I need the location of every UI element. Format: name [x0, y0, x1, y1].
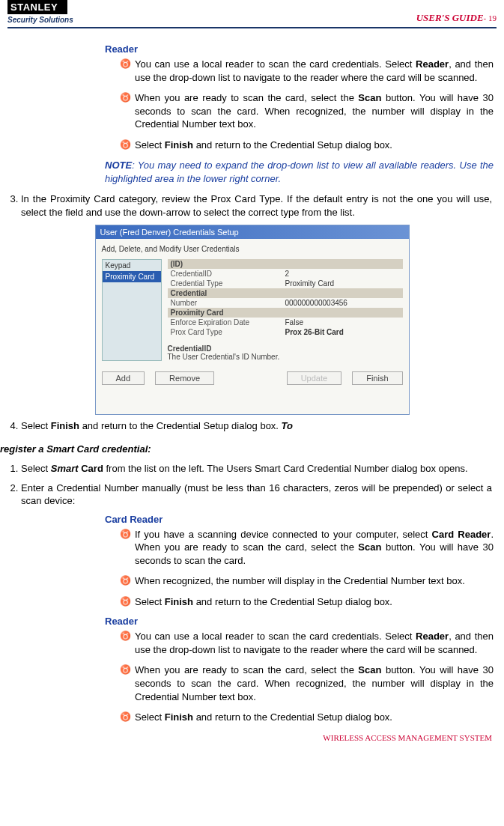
prop-group-credential: Credential: [168, 288, 403, 298]
prop-key: Enforce Expiration Date: [171, 318, 285, 327]
reader2-bullet-2: When you are ready to scan the card, sel…: [120, 663, 494, 703]
dialog-subtitle: Add, Delete, and Modify User Credentials: [102, 245, 403, 253]
cardreader-bullet-2: When recognized, the number will display…: [120, 574, 494, 588]
dialog-titlebar: User (Fred Denver) Credentials Setup: [96, 225, 409, 239]
page-number: - 19: [484, 13, 497, 22]
register-heading: register a Smart Card credential:: [0, 443, 497, 455]
prop-key: CredentialID: [171, 270, 285, 278]
brand-logo: STANLEY Security Solutions: [7, 0, 73, 24]
users-guide-label: USER'S GUIDE: [416, 12, 484, 23]
prop-val[interactable]: Prox 26-Bit Card: [285, 328, 400, 336]
add-button[interactable]: Add: [102, 371, 145, 385]
logo-text: STANLEY: [7, 0, 67, 14]
prop-val: 2: [285, 270, 400, 278]
prop-key: Number: [171, 299, 285, 307]
finish-button[interactable]: Finish: [352, 371, 402, 385]
prop-val: False: [285, 318, 400, 327]
reader2-bullet-1: You can use a local reader to scan the c…: [120, 630, 494, 656]
reader-bullet-2: When you are ready to scan the card, sel…: [120, 91, 494, 131]
update-button[interactable]: Update: [287, 371, 341, 385]
step-3: In the Proximity Card category, review t…: [21, 192, 492, 219]
dialog-properties: (ID) CredentialID2 Credential TypeProxim…: [168, 259, 403, 361]
sc-step-1: Select Smart Card from the list on the l…: [21, 462, 492, 476]
prop-group-proxcard: Proximity Card: [168, 308, 403, 318]
footer-text: WIRELESS ACCESS MANAGEMENT SYSTEM: [7, 732, 497, 747]
reader2-bullet-3: Select Finish and return to the Credenti…: [120, 711, 494, 724]
reader-bullet-3: Select Finish and return to the Credenti…: [120, 139, 494, 152]
step-4: Select Finish and return to the Credenti…: [21, 419, 492, 433]
reader-heading: Reader: [105, 43, 494, 55]
prop-key: Credential Type: [171, 279, 285, 288]
desc-body: The User Credential's ID Number.: [168, 353, 403, 361]
dialog-left-list[interactable]: Keypad Proximity Card: [102, 259, 162, 361]
card-reader-heading: Card Reader: [105, 514, 494, 525]
cardreader-bullet-1: If you have a scanning device connected …: [120, 528, 494, 568]
cardreader-bullet-3: Select Finish and return to the Credenti…: [120, 595, 494, 609]
remove-button[interactable]: Remove: [155, 371, 214, 385]
prop-key: Prox Card Type: [171, 328, 285, 336]
prop-val: 000000000003456: [285, 299, 400, 307]
logo-subtext: Security Solutions: [7, 16, 73, 24]
prop-val: Proximity Card: [285, 279, 400, 288]
sc-step-2: Enter a Credential Number manually (must…: [21, 482, 492, 508]
desc-title: CredentialID: [168, 344, 403, 353]
credentials-dialog: User (Fred Denver) Credentials Setup Add…: [95, 225, 410, 415]
list-item-keypad[interactable]: Keypad: [103, 260, 161, 271]
note-text: NOTE: You may need to expand the drop-do…: [105, 159, 494, 185]
page-header: STANLEY Security Solutions USER'S GUIDE-…: [7, 0, 497, 28]
list-item-proximity[interactable]: Proximity Card: [103, 271, 161, 282]
reader2-heading: Reader: [105, 616, 494, 627]
reader-bullet-1: You can use a local reader to scan the c…: [120, 58, 494, 84]
header-right: USER'S GUIDE- 19: [416, 12, 497, 24]
prop-group-id: (ID): [168, 259, 403, 269]
